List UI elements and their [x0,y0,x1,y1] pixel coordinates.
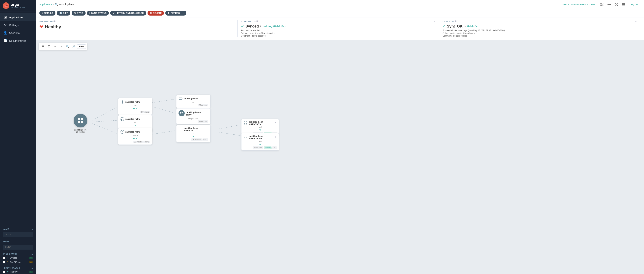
endpointslice-node[interactable]: ES zackblog-helm-gzd6v ⋮ endpointslice 2… [176,108,210,124]
sync-ok-icon: ✔ [442,24,446,28]
last-sync-meta: Succeeded 26 minutes ago (Mon May 13 202… [442,29,637,37]
details-button[interactable]: ℹ DETAILS [39,10,56,15]
filter-health-title[interactable]: HEALTH STATUS ▲ [3,266,33,270]
sync-meta: Auto sync is enabled. Author: zackz <zac… [241,29,436,37]
delete-button[interactable]: ✕ DELETE [148,10,164,15]
filter-kinds-title[interactable]: KINDS ▲ [3,240,33,243]
breadcrumb-separator: / [54,3,54,6]
root-node[interactable] [74,114,87,128]
canvas-zoom-out-btn[interactable]: 🔎 [71,44,76,49]
sync-status-main: ✔ Synced to editing (6abfd8c) [241,24,436,28]
pod2-ratio: 1/1 [272,146,277,149]
deploy-health-badge: ❤ [133,137,135,140]
refresh-dropdown-icon: ▼ [182,12,184,14]
topbar: Applications / 🔍 zackblog-helm APPLICATI… [36,0,644,9]
sync-filter-outofsync: ⊙ OutOfSync 0 [3,260,33,264]
user-icon: 👤 [4,31,7,35]
svg-rect-35 [246,122,247,123]
endpointslice-title: zackblog-helm-gzd6v [186,111,205,116]
view-network-icon[interactable] [613,1,619,7]
root-label: zackblog-helm 26 minutes [74,129,87,133]
action-bar: ℹ DETAILS 📄 DIFF ↻ SYNC ℹ SYNC STATUS ↺ … [36,9,644,17]
last-sync-link[interactable]: 6abfd8c [467,25,478,28]
svg-point-10 [617,5,618,5]
filter-name-section: NAME ▲ [0,225,36,238]
deploy-menu[interactable]: ⋮ [148,131,150,133]
delete-icon: ✕ [150,12,152,14]
rs-node[interactable]: zackblog-helm-f655fbf76 ⋮ rs ❤ 26 minute… [176,125,210,142]
last-sync-to-label: to [464,25,466,28]
refresh-button[interactable]: ↻ REFRESH ▼ [165,10,186,15]
sidebar-item-documentation[interactable]: 📄 Documentation [0,37,36,45]
app-health-info-icon: ⓘ [54,20,56,23]
outofsync-checkbox[interactable] [3,261,5,263]
svc-node[interactable]: zackblog-helm ⋮ svc ❤ ✔ 26 minutes [118,98,152,115]
svg-point-8 [617,3,618,4]
synced-checkbox[interactable] [3,257,5,259]
sync-link[interactable]: editing (6abfd8c) [264,25,286,28]
ep-node[interactable]: zackblog-helm ⋮ ep 26 minutes [176,95,210,108]
svc-menu[interactable]: ⋮ [148,101,150,103]
breadcrumb-applications[interactable]: Applications [39,3,52,6]
canvas-toolbar: ☰ 🖼 ＋ － 🔍 🔎 90% [39,43,87,50]
sidebar-item-applications-label: Applications [9,16,23,19]
endpointslice-time: 26 minutes [198,120,208,123]
main-area: Applications / 🔍 zackblog-helm APPLICATI… [36,0,644,274]
canvas-zoom-in-btn[interactable]: 🔍 [65,44,70,49]
svg-point-7 [615,3,615,4]
last-sync-succeeded: Succeeded 26 minutes ago (Mon May 13 202… [442,29,637,32]
history-rollback-button[interactable]: ↺ HISTORY AND ROLLBACK [110,10,146,15]
svg-line-21 [149,99,176,103]
synced-count: 3 [29,257,33,259]
deploy-node[interactable]: zackblog-helm ⋮ deploy ❤ ✔ 26 minutes re… [118,128,152,145]
sidebar-item-applications[interactable]: ▣ Applications [0,13,36,21]
canvas-plus-btn[interactable]: ＋ [52,44,58,49]
view-pods-icon[interactable] [606,1,612,7]
healthy-icon: ❤ [7,271,8,273]
sync-status-more[interactable]: ··· [434,20,436,22]
last-sync-more[interactable]: ··· [635,20,637,22]
sidebar-item-settings-label: Settings [9,23,18,26]
sync-status-button[interactable]: ℹ SYNC STATUS [87,10,109,15]
sync-button[interactable]: ↻ SYNC [72,10,86,15]
view-tree-icon[interactable] [599,1,605,7]
sidebar: 🐙 argo v2.10.8+37b1cf5 ← ▣ Applications … [0,0,36,274]
healthy-checkbox[interactable] [3,271,5,273]
chevron-up-icon: ▲ [31,241,33,243]
logout-button[interactable]: Log out [628,2,640,7]
endpointslice-menu[interactable]: ⋮ [206,112,208,115]
back-button[interactable]: ← [30,4,33,7]
filter-name-title[interactable]: NAME ▲ [3,227,33,231]
canvas-minus-btn[interactable]: － [58,44,64,49]
ep-menu[interactable]: ⋮ [206,97,208,100]
kinds-filter-input[interactable] [3,245,33,250]
canvas-list-btn[interactable]: ☰ [40,44,46,49]
pod2-title: zackblog-helm-f655fbf76-z6p... [249,135,273,140]
svg-rect-32 [179,98,182,99]
sync-status-icon: ℹ [89,12,90,14]
pod2-node[interactable]: zackblog-helm-f655fbf76-z6p... ⋮ pod ❤ 2… [241,133,279,150]
last-sync-main: ✔ Sync OK to 6abfd8c [442,24,637,28]
svg-rect-34 [244,122,245,123]
pod2-menu[interactable]: ⋮ [274,136,277,139]
name-filter-input[interactable] [3,232,33,237]
svc-title: zackblog-helm [126,101,147,103]
refresh-icon: ↻ [168,12,170,14]
canvas-image-btn[interactable]: 🖼 [46,44,52,49]
history-icon: ↺ [112,12,114,14]
pod1-menu[interactable]: ⋮ [274,122,277,125]
pod2-status: running [264,146,272,149]
diff-icon: 📄 [59,12,62,14]
canvas-zoom-display: 90% [77,44,86,49]
sa-menu[interactable]: ⋮ [148,118,150,121]
view-list-icon[interactable] [620,1,626,7]
sidebar-item-settings[interactable]: ⚙ Settings [0,21,36,29]
sidebar-item-userinfo[interactable]: 👤 User Info [0,29,36,37]
sidebar-item-documentation-label: Documentation [9,39,26,42]
rs-menu[interactable]: ⋮ [206,128,208,131]
last-sync-comment: Comment: delete postgres [442,35,637,37]
filter-sync-title[interactable]: SYNC STATUS ▲ [3,252,33,256]
diff-button[interactable]: 📄 DIFF [57,10,70,15]
chevron-up-icon: ▲ [31,267,33,269]
svg-rect-40 [244,138,245,139]
